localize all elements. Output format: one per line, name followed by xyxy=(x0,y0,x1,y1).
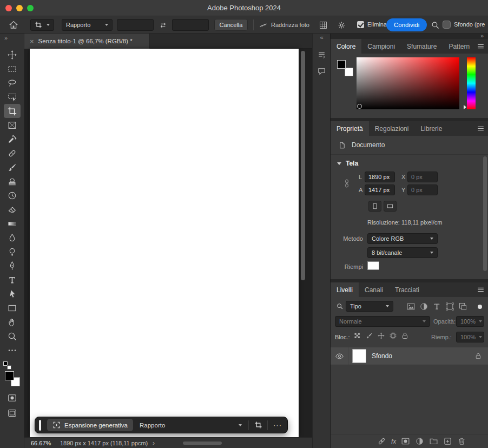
taskbar-crop-button[interactable] xyxy=(249,421,267,429)
ratio-preset-select[interactable]: Rapporto xyxy=(62,19,113,31)
close-window-button[interactable] xyxy=(5,5,12,11)
color-field-marker[interactable] xyxy=(357,104,362,109)
clone-stamp-tool[interactable] xyxy=(4,174,21,188)
blur-tool[interactable] xyxy=(4,230,21,245)
fill-opacity-select[interactable]: 100% xyxy=(456,332,484,342)
blend-mode-select[interactable]: Normale xyxy=(335,316,430,327)
bit-depth-select[interactable]: 8 bit/canale xyxy=(367,247,438,258)
canvas-width-input[interactable]: 1890 px xyxy=(365,172,395,182)
tab-propriet-[interactable]: Proprietà xyxy=(331,121,369,136)
frame-tool[interactable] xyxy=(4,118,21,132)
saturation-brightness-field[interactable] xyxy=(357,57,459,109)
layer-name[interactable]: Sfondo xyxy=(372,352,474,360)
hue-slider[interactable] xyxy=(467,57,476,109)
move-tool[interactable] xyxy=(4,48,21,62)
dodge-tool[interactable] xyxy=(4,245,21,259)
list-panel-button[interactable] xyxy=(315,49,328,61)
share-button[interactable]: Condividi xyxy=(386,18,427,31)
lock-artboard-icon[interactable] xyxy=(389,332,397,340)
opacity-select[interactable]: 100% xyxy=(456,316,484,327)
horizontal-scrollbar-thumb[interactable] xyxy=(183,442,222,445)
zoom-level[interactable]: 66.67% xyxy=(31,440,51,446)
tab-pattern[interactable]: Pattern xyxy=(443,39,476,54)
expand-dock-icon[interactable]: « xyxy=(313,34,331,41)
filter-shape-layers-icon[interactable] xyxy=(445,302,454,311)
drag-handle[interactable] xyxy=(39,420,41,431)
filter-adjustment-layers-icon[interactable] xyxy=(419,302,428,311)
zoom-tool[interactable] xyxy=(4,329,21,343)
brush-tool[interactable] xyxy=(4,160,21,174)
panel-menu-button[interactable] xyxy=(477,286,485,294)
contextual-task-bar[interactable]: Espansione generativa Rapporto ··· xyxy=(35,417,288,433)
pen-tool[interactable] xyxy=(4,259,21,273)
portrait-orientation-button[interactable] xyxy=(368,201,381,212)
eyedropper-tool[interactable] xyxy=(4,132,21,146)
tab-livelli[interactable]: Livelli xyxy=(331,282,359,297)
layer-effects-button[interactable]: fx xyxy=(391,438,396,445)
link-layers-button[interactable] xyxy=(377,437,386,446)
canvas-y-input[interactable]: 0 px xyxy=(407,185,438,195)
edit-toolbar[interactable] xyxy=(4,343,21,357)
canvas-section-header[interactable]: Tela xyxy=(337,160,358,167)
spot-healing-brush-tool[interactable] xyxy=(4,146,21,160)
generative-expand-button[interactable]: Espansione generativa xyxy=(47,419,133,431)
panel-scrollbar-thumb[interactable] xyxy=(483,156,487,271)
hand-tool[interactable] xyxy=(4,315,21,329)
fullscreen-window-button[interactable] xyxy=(27,5,34,11)
new-group-button[interactable] xyxy=(429,437,438,446)
crop-width-input[interactable] xyxy=(117,19,154,31)
status-expand-icon[interactable]: › xyxy=(153,439,155,447)
filter-pixel-layers-icon[interactable] xyxy=(406,302,416,311)
tab-canali[interactable]: Canali xyxy=(359,282,389,297)
close-tab-icon[interactable]: × xyxy=(30,38,34,45)
foreground-background-colors[interactable] xyxy=(5,371,20,386)
object-selection-tool[interactable] xyxy=(4,90,21,104)
layer-filter-toggle[interactable] xyxy=(478,305,482,309)
new-adjustment-layer-button[interactable] xyxy=(415,437,424,446)
type-tool[interactable] xyxy=(4,273,21,287)
clear-button[interactable]: Cancella xyxy=(214,19,248,31)
panel-menu-button[interactable] xyxy=(477,124,485,133)
tab-regolazioni[interactable]: Regolazioni xyxy=(369,121,415,136)
color-mode-select[interactable]: Colore RGB xyxy=(367,233,438,244)
search-button[interactable] xyxy=(429,19,441,31)
eraser-tool[interactable] xyxy=(4,202,21,216)
path-selection-tool[interactable] xyxy=(4,287,21,301)
new-layer-button[interactable] xyxy=(443,437,452,446)
panel-menu-button[interactable] xyxy=(477,42,485,50)
document-tab[interactable]: × Senza titolo-1 @ 66,7% (RGB/8) * xyxy=(24,34,150,49)
foreground-color-swatch[interactable] xyxy=(5,371,14,380)
history-brush-tool[interactable] xyxy=(4,188,21,202)
home-button[interactable] xyxy=(8,19,19,31)
layer-thumbnail[interactable] xyxy=(352,349,366,363)
taskbar-ratio-select[interactable]: Rapporto xyxy=(133,422,248,429)
tab-colore[interactable]: Colore xyxy=(331,39,361,54)
lasso-tool[interactable] xyxy=(4,76,21,90)
document-canvas[interactable] xyxy=(30,49,299,437)
rectangle-tool[interactable] xyxy=(4,301,21,315)
canvas-height-input[interactable]: 1417 px xyxy=(365,185,395,195)
tab-sfumature[interactable]: Sfumature xyxy=(401,39,443,54)
delete-cropped-pixels-checkbox[interactable] xyxy=(357,21,364,28)
canvas-area[interactable] xyxy=(24,49,312,437)
overlay-options-button[interactable] xyxy=(317,19,329,31)
filter-smart-objects-icon[interactable] xyxy=(458,302,467,311)
hue-slider-marker[interactable] xyxy=(464,105,466,109)
rectangular-marquee-tool[interactable] xyxy=(4,62,21,76)
lock-pixels-icon[interactable] xyxy=(365,332,373,340)
tab-tracciati[interactable]: Tracciati xyxy=(389,282,425,297)
layer-filter-type-select[interactable]: Tipo xyxy=(346,301,393,312)
link-dimensions-button[interactable] xyxy=(342,175,351,192)
layer-row[interactable]: Sfondo xyxy=(331,347,488,365)
expand-toolbar-icon[interactable]: » xyxy=(4,35,8,41)
layer-visibility-toggle[interactable] xyxy=(331,347,348,365)
lock-transparency-icon[interactable] xyxy=(353,332,361,340)
screen-mode-button[interactable] xyxy=(4,406,21,420)
crop-tool-preset-button[interactable] xyxy=(30,19,54,31)
vertical-scrollbar[interactable] xyxy=(301,50,306,436)
crop-tool[interactable] xyxy=(4,104,21,118)
collapse-dock-icon[interactable]: » xyxy=(480,32,484,39)
more-options-button[interactable]: ··· xyxy=(268,421,287,429)
crop-height-input[interactable] xyxy=(172,19,209,31)
foreground-background-swatches[interactable] xyxy=(337,60,353,76)
